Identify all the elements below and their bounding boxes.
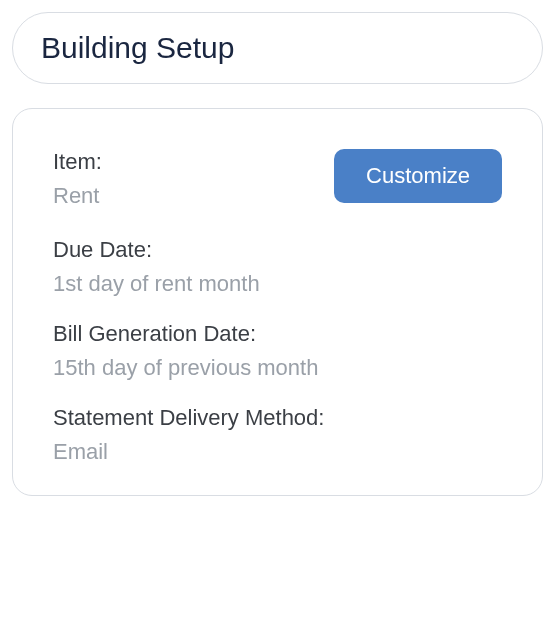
content-card: Item: Rent Customize Due Date: 1st day o… (12, 108, 543, 496)
field-bill-generation-value: 15th day of previous month (53, 355, 502, 381)
header-card: Building Setup (12, 12, 543, 84)
field-due-date-label: Due Date: (53, 237, 502, 263)
field-due-date-value: 1st day of rent month (53, 271, 502, 297)
item-row: Item: Rent Customize (53, 149, 502, 209)
customize-button[interactable]: Customize (334, 149, 502, 203)
field-statement-delivery-label: Statement Delivery Method: (53, 405, 502, 431)
field-statement-delivery: Statement Delivery Method: Email (53, 405, 502, 465)
field-statement-delivery-value: Email (53, 439, 502, 465)
field-bill-generation-label: Bill Generation Date: (53, 321, 502, 347)
field-item-label: Item: (53, 149, 102, 175)
field-item: Item: Rent (53, 149, 102, 209)
field-bill-generation: Bill Generation Date: 15th day of previo… (53, 321, 502, 381)
field-item-value: Rent (53, 183, 102, 209)
field-due-date: Due Date: 1st day of rent month (53, 237, 502, 297)
page-title: Building Setup (41, 31, 514, 65)
